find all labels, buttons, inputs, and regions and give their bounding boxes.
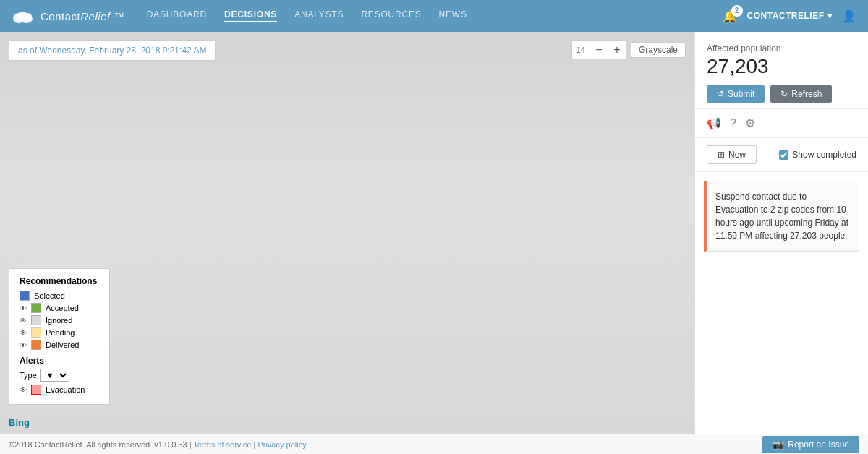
legend-item-delivered: 👁 Delivered <box>20 340 99 350</box>
accepted-color <box>31 303 41 313</box>
zoom-cluster: 14 − + <box>571 40 626 59</box>
top-navigation: ContactRelief ™ DASHBOARD DECISIONS ANAL… <box>0 0 868 32</box>
timestamp-date: Wednesday, February 28, 2018 9:21:42 AM <box>39 46 206 56</box>
eye-icon-5: 👁 <box>20 386 27 394</box>
eye-icon-2: 👁 <box>20 317 27 325</box>
eye-icon: 👁 <box>20 304 27 312</box>
decision-text: Suspend contact due to Evacuation to 2 z… <box>715 192 848 241</box>
eye-icon-3: 👁 <box>20 329 27 337</box>
logo-icon <box>12 8 35 24</box>
eye-icon-4: 👁 <box>20 341 27 349</box>
copyright-text: ©2018 ContactRelief. All rights reserved… <box>9 440 307 449</box>
logo-area: ContactRelief ™ <box>12 8 125 24</box>
main-content: 101 5 23 405 170 101 138 14 126 18 <box>0 32 868 434</box>
submit-icon: ↺ <box>717 89 724 99</box>
chevron-down-icon: ▾ <box>827 11 833 21</box>
legend-item-accepted: 👁 Accepted <box>20 303 99 313</box>
nav-dashboard[interactable]: DASHBOARD <box>147 9 207 22</box>
right-panel: Affected population 27,203 ↺ Submit ↻ Re… <box>694 32 868 434</box>
affected-count: 27,203 <box>707 55 856 78</box>
delivered-label: Delivered <box>46 340 79 349</box>
zoom-out-button[interactable]: − <box>590 41 608 59</box>
svg-point-3 <box>23 13 32 20</box>
terms-link[interactable]: Terms of service <box>193 440 251 449</box>
nav-right: 🔔 2 CONTACTRELIEF ▾ 👤 <box>723 9 856 23</box>
new-label: New <box>728 150 746 160</box>
ignored-label: Ignored <box>46 316 72 325</box>
legend-item-ignored: 👁 Ignored <box>20 315 99 325</box>
nav-resources[interactable]: RESOURCES <box>361 9 421 22</box>
report-issue-label: Report an Issue <box>788 440 849 450</box>
legend-title: Recommendations <box>20 276 99 286</box>
submit-button[interactable]: ↺ Submit <box>707 85 765 103</box>
evacuation-color <box>31 385 41 395</box>
panel-actions: ↺ Submit ↻ Refresh <box>707 85 856 103</box>
bing-icon: Bing <box>9 416 38 428</box>
submit-label: Submit <box>728 89 754 99</box>
bing-logo: Bing <box>9 416 38 428</box>
pending-color <box>31 327 41 338</box>
camera-icon: 📷 <box>773 440 783 450</box>
refresh-icon: ↻ <box>780 89 788 99</box>
svg-text:Bing: Bing <box>9 417 30 428</box>
map-legend: Recommendations Selected 👁 Accepted 👁 Ig… <box>9 268 110 405</box>
alerts-title: Alerts <box>20 356 99 366</box>
type-dropdown[interactable]: ▼ <box>40 369 69 382</box>
refresh-label: Refresh <box>791 89 822 99</box>
report-issue-button[interactable]: 📷 Report an Issue <box>762 436 859 453</box>
show-completed-checkbox[interactable] <box>779 150 788 160</box>
panel-tools: 📢 ? ⚙ <box>695 109 868 138</box>
user-profile-icon[interactable]: 👤 <box>842 9 856 23</box>
nav-links: DASHBOARD DECISIONS ANALYSTS RESOURCES N… <box>147 9 723 22</box>
notification-badge[interactable]: 🔔 2 <box>723 9 737 23</box>
new-grid-icon: ⊞ <box>718 150 725 160</box>
nav-analysts[interactable]: ANALYSTS <box>294 9 344 22</box>
delivered-color <box>31 340 41 350</box>
panel-header: Affected population 27,203 ↺ Submit ↻ Re… <box>695 32 868 109</box>
bottom-bar: ©2018 ContactRelief. All rights reserved… <box>0 434 868 454</box>
grayscale-button[interactable]: Grayscale <box>631 42 686 58</box>
evacuation-label: Evacuation <box>46 385 85 394</box>
nav-decisions[interactable]: DECISIONS <box>224 9 277 22</box>
megaphone-icon[interactable]: 📢 <box>707 116 721 130</box>
notification-count: 2 <box>731 5 743 17</box>
map-controls: 14 − + Grayscale <box>571 40 686 59</box>
selected-color <box>20 291 30 301</box>
map-timestamp: as of Wednesday, February 28, 2018 9:21:… <box>9 40 216 61</box>
user-menu[interactable]: CONTACTRELIEF ▾ <box>747 11 832 21</box>
pending-label: Pending <box>46 328 75 337</box>
map-area: 101 5 23 405 170 101 138 14 126 18 <box>0 32 694 434</box>
show-completed-row: Show completed <box>779 150 856 160</box>
decision-card[interactable]: Suspend contact due to Evacuation to 2 z… <box>704 181 859 252</box>
settings-icon[interactable]: ⚙ <box>745 116 755 130</box>
user-label: CONTACTRELIEF <box>747 11 825 21</box>
alerts-type-row: Type ▼ <box>20 369 99 382</box>
affected-label: Affected population <box>707 43 856 53</box>
ignored-color <box>31 315 41 325</box>
zoom-level: 14 <box>572 44 590 56</box>
new-button[interactable]: ⊞ New <box>707 145 757 164</box>
accepted-label: Accepted <box>46 304 79 312</box>
show-completed-label: Show completed <box>792 150 856 160</box>
refresh-button[interactable]: ↻ Refresh <box>770 85 832 103</box>
panel-new-row: ⊞ New Show completed <box>695 138 868 172</box>
help-icon[interactable]: ? <box>730 117 736 130</box>
legend-item-pending: 👁 Pending <box>20 327 99 338</box>
nav-news[interactable]: NEWS <box>439 9 467 22</box>
type-label: Type <box>20 371 37 380</box>
zoom-in-button[interactable]: + <box>608 41 626 59</box>
legend-item-evacuation: 👁 Evacuation <box>20 385 99 395</box>
selected-label: Selected <box>34 291 65 300</box>
logo-text: ContactRelief ™ <box>41 10 125 22</box>
privacy-link[interactable]: Privacy policy <box>258 440 306 449</box>
legend-item-selected: Selected <box>20 291 99 301</box>
